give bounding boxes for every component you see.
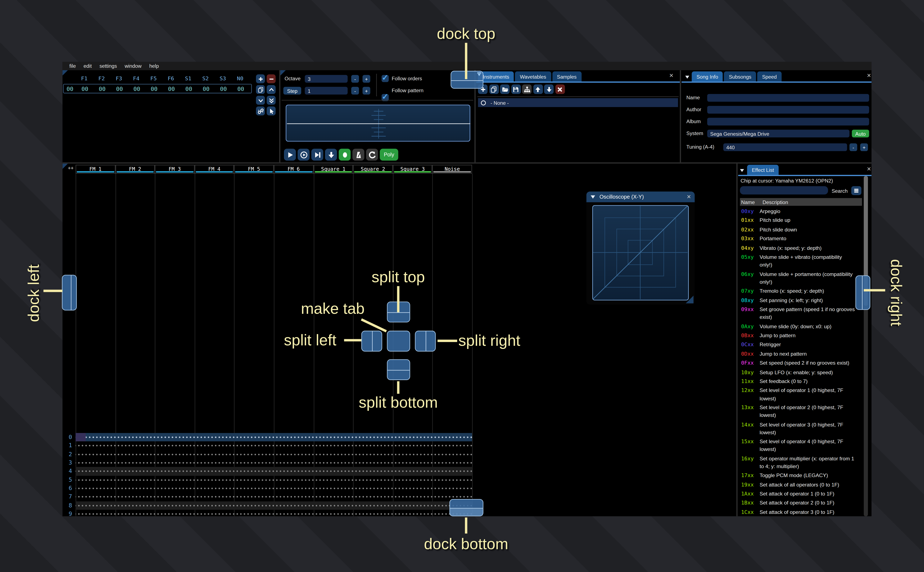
pattern-row-6[interactable]: 6 xyxy=(62,484,472,493)
tab-samples[interactable]: Samples xyxy=(552,71,581,81)
order-value-cell[interactable]: 00 xyxy=(145,85,163,92)
octave-input[interactable]: 3 xyxy=(305,75,348,82)
effect-search-input[interactable] xyxy=(740,186,828,194)
effect-row-06xy[interactable]: 06xyVolume slide + portamento (compatibi… xyxy=(741,270,860,287)
octave-plus-button[interactable]: + xyxy=(363,75,370,82)
move-order-down-button[interactable] xyxy=(256,96,265,105)
effect-row-10xy[interactable]: 10xySetup LFO (x: enable; y: speed) xyxy=(741,368,860,377)
effect-row-0Cxx[interactable]: 0CxxRetrigger xyxy=(741,340,860,350)
collapse-icon[interactable] xyxy=(683,72,691,82)
panel-separator[interactable] xyxy=(736,163,737,516)
oscilloscope-xy-window[interactable]: Oscilloscope (X-Y) ✕ xyxy=(586,191,695,305)
effect-row-01xx[interactable]: 01xxPitch slide up xyxy=(741,216,860,225)
delete-instrument-button[interactable] xyxy=(555,84,565,94)
add-order-button[interactable] xyxy=(256,75,265,84)
effect-row-1Axx[interactable]: 1AxxSet attack of operator 1 (0 to 1F) xyxy=(741,490,860,499)
order-value-cell[interactable]: 00 xyxy=(93,85,111,92)
channel-header-noise[interactable]: Noise xyxy=(433,165,472,174)
name-input[interactable] xyxy=(707,94,869,102)
menu-file[interactable]: file xyxy=(65,63,80,69)
channel-header-square-2[interactable]: Square 2 xyxy=(353,165,393,174)
close-icon[interactable]: ✕ xyxy=(867,166,871,172)
step-input[interactable]: 1 xyxy=(305,87,348,95)
pattern-row-1[interactable]: 1 xyxy=(62,441,472,450)
effect-table-header[interactable]: Name Description xyxy=(740,198,862,206)
order-value-cell[interactable]: 00 xyxy=(111,85,128,92)
tuning-plus-button[interactable]: + xyxy=(860,143,868,151)
close-icon[interactable]: ✕ xyxy=(669,73,673,78)
instrument-list-item-selected[interactable]: - None - xyxy=(478,98,678,107)
pattern-expand-button[interactable]: ++ xyxy=(68,165,73,171)
tab-instruments[interactable]: Instruments xyxy=(478,71,514,81)
order-change-mode-button[interactable] xyxy=(267,106,276,115)
effect-row-0Axy[interactable]: 0AxyVolume slide (0y: down; x0: up) xyxy=(741,322,860,331)
repeat-pattern-button[interactable] xyxy=(366,149,378,160)
order-value-cell[interactable]: 00 xyxy=(232,85,249,92)
deep-clone-order-button[interactable] xyxy=(256,106,265,115)
follow-orders-checkbox[interactable]: ✓ xyxy=(382,75,389,82)
dock-right-target[interactable] xyxy=(855,275,870,310)
split-left-target[interactable] xyxy=(361,331,382,352)
split-right-target[interactable] xyxy=(415,331,436,352)
oscilloscope-title-bar[interactable]: Oscilloscope (X-Y) ✕ xyxy=(586,191,695,202)
pattern-row-0[interactable]: 0 xyxy=(62,433,472,441)
octave-minus-button[interactable]: - xyxy=(351,75,359,82)
effect-row-1Cxx[interactable]: 1CxxSet attack of operator 3 (0 to 1F) xyxy=(741,508,860,516)
open-instrument-button[interactable] xyxy=(500,84,510,94)
channel-header-fm-3[interactable]: FM 3 xyxy=(155,165,195,174)
resize-grip[interactable] xyxy=(686,295,693,303)
effect-row-08xy[interactable]: 08xySet panning (x: left; y: right) xyxy=(741,296,860,305)
collapse-icon[interactable] xyxy=(739,166,746,175)
dock-bottom-target[interactable] xyxy=(449,499,483,516)
order-value-cell[interactable]: 00 xyxy=(128,85,145,92)
effect-row-0Dxx[interactable]: 0DxxJump to next pattern xyxy=(741,350,860,359)
tab-effect-list[interactable]: Effect List xyxy=(747,165,779,175)
channel-header-fm-5[interactable]: FM 5 xyxy=(234,165,274,174)
menu-settings[interactable]: settings xyxy=(96,63,121,69)
system-input[interactable]: Sega Genesis/Mega Drive xyxy=(707,130,849,137)
menu-help[interactable]: help xyxy=(145,63,163,69)
step-plus-button[interactable]: + xyxy=(363,87,370,95)
step-button[interactable]: Step xyxy=(283,87,301,95)
save-instrument-button[interactable] xyxy=(511,84,520,94)
step-minus-button[interactable]: - xyxy=(351,87,359,95)
instrument-folders-button[interactable] xyxy=(522,84,532,94)
pattern-row-9[interactable]: 9 xyxy=(62,510,472,516)
pattern-row-4[interactable]: 4 xyxy=(62,467,472,476)
play-pattern-button[interactable] xyxy=(298,149,310,160)
effect-row-02xx[interactable]: 02xxPitch slide down xyxy=(741,225,860,235)
instrument-up-button[interactable] xyxy=(533,84,543,94)
move-order-up-button[interactable] xyxy=(267,85,276,94)
dock-top-target[interactable] xyxy=(451,71,483,89)
order-value-cell[interactable]: 00 xyxy=(76,85,93,92)
effect-row-09xx[interactable]: 09xxSet groove pattern (speed 1 if no gr… xyxy=(741,305,860,322)
close-icon[interactable]: ✕ xyxy=(867,73,871,78)
effect-row-1Bxx[interactable]: 1BxxSet attack of operator 2 (0 to 1F) xyxy=(741,499,860,508)
close-icon[interactable]: ✕ xyxy=(687,194,691,200)
instrument-down-button[interactable] xyxy=(544,84,554,94)
tuning-minus-button[interactable]: - xyxy=(849,143,857,151)
effect-row-07xy[interactable]: 07xyTremolo (x: speed; y: depth) xyxy=(741,287,860,296)
tab-subsongs[interactable]: Subsongs xyxy=(724,71,756,81)
effect-row-00xy[interactable]: 00xyArpeggio xyxy=(741,207,860,216)
channel-header-fm-2[interactable]: FM 2 xyxy=(115,165,155,174)
effect-row-0Bxx[interactable]: 0BxxJump to pattern xyxy=(741,331,860,340)
play-button[interactable] xyxy=(284,149,296,160)
channel-header-fm-1[interactable]: FM 1 xyxy=(76,165,115,174)
pattern-row-2[interactable]: 2 xyxy=(62,450,472,459)
play-one-row-button[interactable] xyxy=(312,149,323,160)
effect-row-15xx[interactable]: 15xxSet level of operator 4 (0 highest, … xyxy=(741,437,860,454)
effect-row-0Fxx[interactable]: 0FxxSet speed (speed 2 if no grooves exi… xyxy=(741,359,860,368)
effect-row-13xx[interactable]: 13xxSet level of operator 2 (0 highest, … xyxy=(741,403,860,420)
pattern-row-5[interactable]: 5 xyxy=(62,476,472,484)
menu-window[interactable]: window xyxy=(121,63,145,69)
menu-edit[interactable]: edit xyxy=(80,63,96,69)
album-input[interactable] xyxy=(707,118,869,126)
effect-row-19xx[interactable]: 19xxSet attack of all operators (0 to 1F… xyxy=(741,480,860,490)
author-input[interactable] xyxy=(707,106,869,113)
order-value-cell[interactable]: 00 xyxy=(163,85,180,92)
auto-system-button[interactable]: Auto xyxy=(852,130,869,137)
channel-header-square-3[interactable]: Square 3 xyxy=(393,165,432,174)
effect-row-03xx[interactable]: 03xxPortamento xyxy=(741,235,860,244)
collapse-icon[interactable] xyxy=(590,194,596,200)
